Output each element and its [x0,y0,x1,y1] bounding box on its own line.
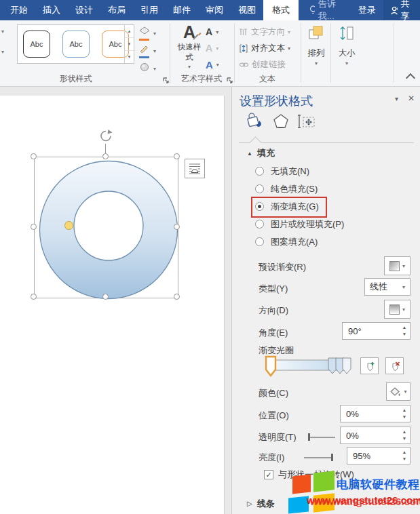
tab-review[interactable]: 审阅 [198,0,231,20]
panel-menu-chevron-icon[interactable]: ▾ [395,95,398,102]
angle-label: 角度(E) [259,328,288,338]
sign-in-button[interactable]: 登录 [351,0,383,20]
gallery-down-icon[interactable]: ▾ [125,38,134,51]
arrange-button[interactable]: 排列 ▾ [303,24,330,66]
line-section-header[interactable]: ▷线条 [247,497,275,510]
dropdown-icon: ▾ [402,284,405,290]
spin-down-icon[interactable]: ▼ [400,456,408,462]
text-outline-button[interactable]: A ▾ [206,41,229,56]
collapse-ribbon-icon[interactable] [406,73,415,83]
size-button[interactable]: 大小 ▾ [334,24,360,66]
gradient-stops-label: 渐变光圈 [259,345,294,356]
remove-gradient-stop-button[interactable] [385,357,404,374]
brightness-slider-handle[interactable] [331,454,333,461]
donut-shape[interactable] [39,159,178,300]
resize-handle-sw[interactable] [31,294,37,300]
fill-option-label: 图片或纹理填充(P) [271,217,344,231]
tab-references[interactable]: 引用 [133,0,166,20]
gradient-stop-0-selected[interactable] [266,357,275,376]
spin-up-icon[interactable]: ▲ [400,449,408,456]
effects-sphere-icon [139,62,151,75]
rotate-handle-icon[interactable] [98,129,113,144]
preset-gradient-label: 预设渐变(R) [259,262,306,273]
adjust-handle[interactable] [64,221,73,230]
share-button[interactable]: 共享 [383,0,420,20]
radio-icon[interactable] [255,167,264,176]
word-window: 开始 插入 设计 布局 引用 邮件 审阅 视图 格式 告诉我... 登录 共享 … [0,0,420,514]
fill-section-label: 填充 [257,148,275,158]
shape-fill-button[interactable]: ▾ [139,26,168,41]
resize-handle-s[interactable] [102,294,109,300]
spin-down-icon[interactable]: ▼ [400,414,408,420]
tab-mailings[interactable]: 邮件 [166,0,198,20]
cropped-gallery-arrow-icon[interactable]: ▾ [1,49,4,55]
radio-icon[interactable] [255,184,264,193]
resize-handle-se[interactable] [174,294,180,300]
shape-outline-button[interactable]: ▾ [139,43,168,58]
tab-design[interactable]: 设计 [68,0,100,20]
direction-button[interactable]: ▾ [384,300,411,319]
align-text-button[interactable]: 对齐文本 ▾ [239,41,290,55]
shape-styles-dialog-launcher-icon[interactable] [163,75,170,87]
angle-input[interactable]: 90° ▲ ▼ [342,322,411,340]
effects-tab-icon[interactable] [273,113,289,132]
dropdown-icon: ▾ [216,45,218,52]
preset-gradient-button[interactable]: ▾ [384,256,411,275]
spin-up-icon[interactable]: ▲ [400,407,408,414]
dropdown-icon: ▾ [334,60,360,66]
gradient-swatch-icon [389,261,400,271]
arrange-label: 排列 [303,47,330,59]
brightness-input[interactable]: 95% ▲ ▼ [347,447,411,464]
resize-handle-e[interactable] [174,224,180,230]
radio-icon[interactable] [255,237,264,246]
position-input[interactable]: 0% ▲ ▼ [340,405,411,422]
shape-style-thumb-2[interactable]: Abc [62,31,90,58]
shape-effects-button[interactable]: ▾ [139,61,168,76]
spin-up-icon[interactable]: ▲ [400,324,408,331]
tab-home[interactable]: 开始 [3,0,35,20]
color-button[interactable]: ▾ [386,382,411,401]
resize-handle-w[interactable] [31,224,37,230]
panel-close-icon[interactable]: ✕ [408,94,415,103]
layout-properties-tab-icon[interactable] [297,113,316,132]
transparency-slider-handle[interactable] [308,433,310,441]
paint-bucket-icon [139,26,151,41]
text-effects-a-icon: A [206,59,213,71]
spin-down-icon[interactable]: ▼ [400,435,408,442]
wordart-dialog-launcher-icon[interactable] [227,75,233,87]
resize-handle-ne[interactable] [174,153,180,159]
annotation-highlight-box [251,197,327,218]
rotate-with-shape-checkbox[interactable]: ✓ [264,470,273,479]
shape-style-thumb-1[interactable]: Abc [23,31,50,58]
radio-icon[interactable] [255,220,264,229]
cropped-gallery-arrow-icon[interactable]: ▾ [1,28,4,35]
gallery-up-icon[interactable]: ▴ [125,25,134,38]
tell-me-box[interactable]: 告诉我... [303,0,349,20]
tab-insert[interactable]: 插入 [35,0,68,20]
gradient-stops-bar[interactable] [263,355,356,377]
text-effects-button[interactable]: A ▾ [206,57,229,72]
transparency-slider-track[interactable] [309,437,335,438]
arrange-icon [307,24,325,42]
tab-view[interactable]: 视图 [231,0,263,20]
gallery-more-icon[interactable]: ▾ [125,51,134,63]
transparency-label: 透明度(T) [259,432,297,443]
layout-options-button[interactable] [185,159,205,178]
text-fill-button[interactable]: A ▾ [206,24,229,39]
brightness-slider-track[interactable] [304,457,333,458]
fill-section-header[interactable]: ▲填充 [247,146,275,159]
type-combo[interactable]: 线性 ▾ [364,278,411,296]
resize-handle-nw[interactable] [31,153,37,159]
resize-handle-n[interactable] [102,153,109,159]
transparency-input[interactable]: 0% ▲ ▼ [340,427,411,444]
quick-styles-button[interactable]: A 快速样式 ▾ [174,23,204,70]
tab-layout[interactable]: 布局 [100,0,133,20]
spin-down-icon[interactable]: ▼ [400,331,408,338]
fill-line-tab-icon[interactable] [245,111,264,133]
gradient-stop-80[interactable] [328,358,337,374]
spin-up-icon[interactable]: ▲ [400,429,408,435]
tab-format[interactable]: 格式 [263,0,299,20]
gradient-stop-100[interactable] [343,358,351,374]
add-gradient-stop-button[interactable] [360,357,379,374]
add-stop-icon [364,360,376,372]
